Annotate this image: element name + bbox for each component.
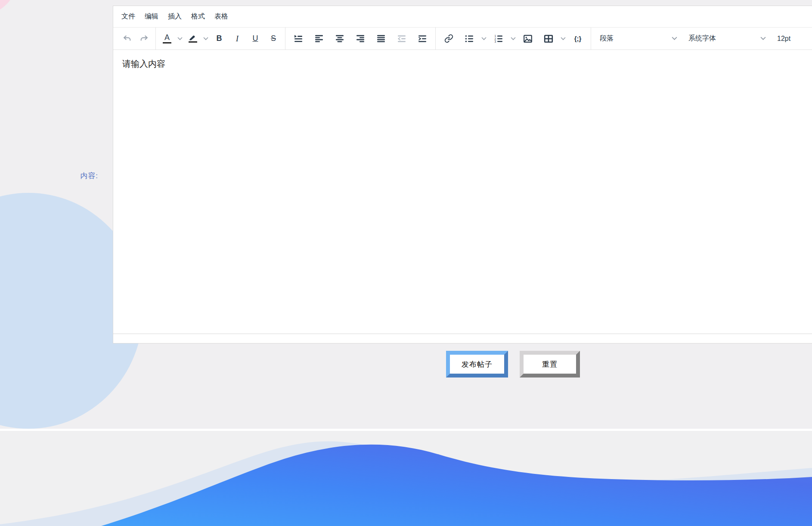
highlight-color-icon — [189, 34, 197, 40]
code-sample-icon: {;} — [574, 35, 582, 42]
align-center-icon — [335, 34, 344, 43]
menu-edit[interactable]: 编辑 — [140, 9, 163, 24]
bullet-list-menu-button[interactable] — [480, 31, 488, 46]
content-field-label: 内容: — [55, 171, 98, 181]
form-section: 内容: 文件 编辑 插入 格式 表格 — [0, 0, 812, 429]
menu-insert[interactable]: 插入 — [163, 9, 186, 24]
align-right-button[interactable] — [350, 31, 370, 46]
text-color-icon: A — [164, 34, 170, 41]
highlight-color-swatch — [189, 41, 197, 43]
editor-placeholder-text: 请输入内容 — [122, 59, 165, 68]
numbered-list-button[interactable]: 1 2 3 — [489, 31, 508, 46]
italic-button[interactable]: I — [229, 31, 246, 46]
menu-format[interactable]: 格式 — [186, 9, 210, 24]
undo-icon — [122, 34, 132, 43]
font-size-select[interactable]: 12pt — [771, 28, 812, 50]
redo-button[interactable] — [136, 31, 152, 46]
font-family-select[interactable]: 系统字体 — [682, 28, 771, 50]
bullet-list-icon — [465, 34, 474, 43]
redo-icon — [139, 34, 149, 43]
footer-wave-section — [0, 431, 812, 526]
font-style-group: A B I — [155, 28, 285, 50]
indent-button[interactable] — [412, 31, 432, 46]
insert-group: 1 2 3 — [435, 28, 591, 50]
text-color-button[interactable]: A — [159, 31, 175, 46]
numbered-list-icon: 1 2 3 — [494, 34, 503, 43]
post-editor-page: { "page": { "content_label": "内容:", "lab… — [0, 0, 812, 526]
text-color-menu-button[interactable] — [176, 31, 184, 46]
insert-table-menu-button[interactable] — [559, 31, 567, 46]
link-icon — [444, 34, 453, 43]
reset-button[interactable]: 重置 — [520, 351, 580, 377]
wave-graphic — [0, 431, 812, 526]
text-color-swatch — [163, 42, 171, 43]
bullet-list-button[interactable] — [459, 31, 479, 46]
bold-button[interactable]: B — [211, 31, 228, 46]
alignment-group — [285, 28, 435, 50]
font-size-value: 12pt — [777, 35, 790, 43]
history-group — [116, 28, 155, 50]
justify-button[interactable] — [371, 31, 391, 46]
chevron-down-icon — [511, 37, 516, 40]
svg-text:3: 3 — [494, 40, 496, 43]
numbered-list-menu-button[interactable] — [509, 31, 518, 46]
chevron-down-icon — [203, 37, 208, 40]
outdent-icon — [397, 34, 406, 43]
outdent-button[interactable] — [392, 31, 412, 46]
chevron-down-icon — [760, 37, 766, 40]
menu-table[interactable]: 表格 — [210, 9, 233, 24]
publish-post-button[interactable]: 发布帖子 — [446, 351, 508, 377]
first-line-indent-icon — [294, 34, 303, 43]
font-family-value: 系统字体 — [688, 34, 716, 43]
paragraph-style-value: 段落 — [600, 34, 614, 43]
link-button[interactable] — [439, 31, 459, 46]
editor-menubar: 文件 编辑 插入 格式 表格 — [113, 6, 812, 28]
format-selects-group: 段落 系统字体 12pt — [591, 28, 812, 50]
align-center-button[interactable] — [330, 31, 350, 46]
image-icon — [523, 34, 533, 43]
indent-icon — [418, 34, 427, 43]
strikethrough-button[interactable]: S — [265, 31, 282, 46]
justify-icon — [377, 34, 385, 43]
insert-table-button[interactable] — [539, 31, 558, 46]
pink-blob-decoration — [0, 0, 17, 15]
chevron-down-icon — [481, 37, 487, 40]
paragraph-style-select[interactable]: 段落 — [594, 28, 682, 50]
underline-button[interactable]: U — [247, 31, 264, 46]
chevron-down-icon — [672, 37, 677, 40]
undo-button[interactable] — [119, 31, 135, 46]
editor-content[interactable]: 请输入内容 — [113, 50, 812, 334]
menu-file[interactable]: 文件 — [117, 9, 140, 24]
chevron-down-icon — [561, 37, 566, 40]
editor-toolbar: A B I — [113, 28, 812, 50]
chevron-down-icon — [177, 37, 183, 40]
table-icon — [544, 34, 553, 43]
first-line-indent-button[interactable] — [288, 31, 308, 46]
insert-image-button[interactable] — [518, 31, 538, 46]
editor-statusbar — [113, 334, 812, 343]
highlight-color-menu-button[interactable] — [201, 31, 210, 46]
align-left-icon — [315, 34, 323, 43]
rich-text-editor: 文件 编辑 插入 格式 表格 — [113, 6, 812, 343]
align-right-icon — [356, 34, 365, 43]
highlight-color-button[interactable] — [185, 31, 201, 46]
code-sample-button[interactable]: {;} — [568, 31, 588, 46]
align-left-button[interactable] — [309, 31, 329, 46]
